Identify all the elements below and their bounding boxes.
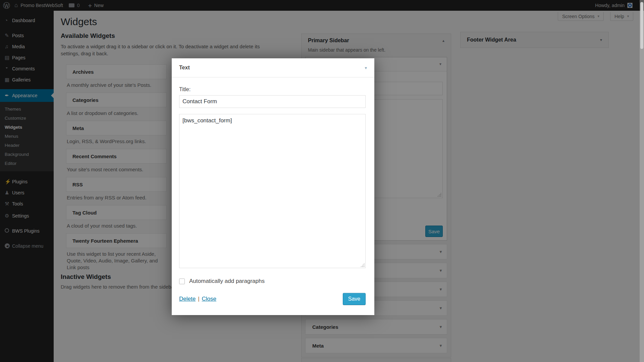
links-separator: | <box>198 296 199 302</box>
widget-title-input[interactable] <box>179 95 366 108</box>
scrollbar-thumb[interactable] <box>640 2 643 49</box>
title-field-label: Title: <box>179 86 366 93</box>
close-link[interactable]: Close <box>202 296 216 302</box>
delete-link[interactable]: Delete <box>179 296 196 302</box>
autop-label: Automatically add paragraphs <box>189 278 265 285</box>
save-button[interactable]: Save <box>343 293 366 305</box>
scrollbar-track[interactable] <box>640 0 644 362</box>
widget-content-textarea[interactable]: [bws_contact_form] <box>179 114 366 268</box>
text-widget-modal: Text ▾ Title: [bws_contact_form] Automat… <box>172 58 374 315</box>
autop-checkbox[interactable] <box>179 279 185 284</box>
modal-header[interactable]: Text ▾ <box>172 58 374 77</box>
modal-title: Text <box>179 65 190 71</box>
chevron-down-icon[interactable]: ▾ <box>365 65 367 70</box>
